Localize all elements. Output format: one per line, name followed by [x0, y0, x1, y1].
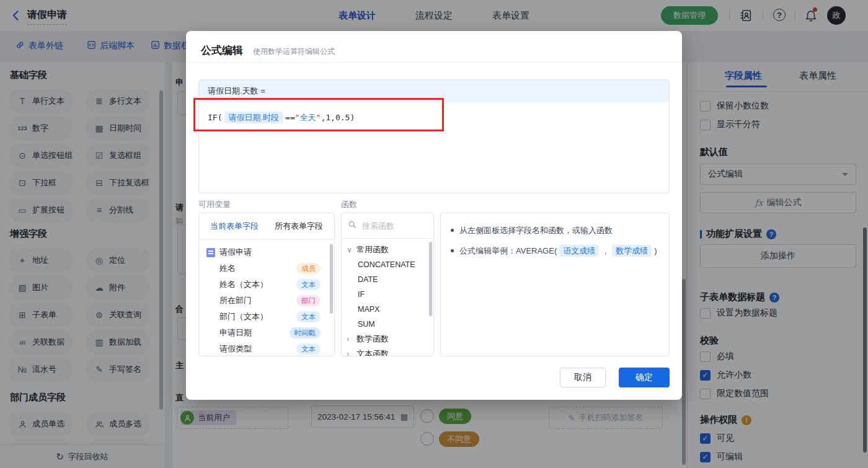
search-icon [348, 220, 356, 231]
hints-panel: 从左侧面板选择字段名和函数，或输入函数 公式编辑举例：AVERAGE(语文成绩，… [440, 213, 670, 356]
close-icon[interactable]: × [828, 40, 848, 60]
function-search[interactable] [342, 213, 433, 239]
function-group-text[interactable]: › 文本函数 [342, 347, 433, 356]
field-type-badge: 文本 [296, 311, 321, 322]
tab-all-form-fields[interactable]: 所有表单字段 [275, 221, 323, 232]
function-group-common[interactable]: ∨ 常用函数 [342, 242, 433, 257]
functions-panel: ∨ 常用函数 CONCATENATE DATE IF MAPX SUM › 数学… [341, 213, 434, 356]
modal-divider [186, 62, 682, 63]
function-item[interactable]: MAPX [342, 302, 433, 317]
function-group-math[interactable]: › 数学函数 [342, 332, 433, 347]
tree-field-row[interactable]: 请假类型 文本 [199, 341, 334, 356]
example-token: 数学成绩 [612, 245, 652, 257]
tab-current-form-fields[interactable]: 当前表单字段 [210, 221, 259, 232]
tree-form-node[interactable]: 请假申请 [199, 244, 334, 260]
bullet [451, 249, 454, 252]
hint-line-2: 公式编辑举例：AVERAGE(语文成绩，数学成绩) [451, 245, 659, 257]
variables-scrollbar[interactable] [330, 244, 333, 314]
function-item[interactable]: IF [342, 287, 433, 302]
variables-tabs: 当前表单字段 所有表单字段 [199, 213, 334, 240]
annotation-rectangle [193, 98, 444, 131]
functions-scrollbar[interactable] [429, 242, 432, 316]
function-item[interactable]: SUM [342, 317, 433, 332]
app-screen: 请假申请 表单设计 流程设定 表单设置 数据管理 ? 政 表单外链 [0, 0, 868, 468]
hint-line-1: 从左侧面板选择字段名和函数，或输入函数 [451, 224, 659, 237]
form-doc-icon [206, 248, 215, 257]
chevron-expanded-icon: ∨ [347, 245, 356, 254]
tree-field-row[interactable]: 姓名 成员 [199, 260, 334, 276]
function-item[interactable]: DATE [342, 272, 433, 287]
variables-label: 可用变量 [198, 199, 231, 210]
field-type-badge: 成员 [296, 263, 321, 274]
bullet [451, 229, 454, 232]
field-type-badge: 文本 [296, 279, 321, 290]
tree-field-row[interactable]: 申请日期 时间戳 [199, 325, 334, 341]
confirm-button[interactable]: 确定 [619, 368, 670, 387]
example-token: 语文成绩 [559, 245, 599, 257]
modal-title: 公式编辑 [201, 43, 243, 58]
field-type-badge: 文本 [296, 343, 321, 355]
variables-panel: 当前表单字段 所有表单字段 请假申请 姓名 成员 姓名（文本） 文本 所在部门 [198, 213, 335, 356]
formula-editor[interactable]: 请假日期.天数 = IF(请假日期.时段=="全天",1,0.5) [198, 79, 670, 193]
field-type-badge: 部门 [296, 295, 321, 306]
tree-field-row[interactable]: 所在部门 部门 [199, 293, 334, 309]
functions-label: 函数 [341, 199, 357, 210]
search-input[interactable] [361, 221, 425, 231]
field-type-badge: 时间戳 [290, 327, 321, 338]
modal-subtitle: 使用数学运算符编辑公式 [253, 46, 335, 57]
chevron-collapsed-icon: › [347, 350, 356, 356]
tree-field-row[interactable]: 姓名（文本） 文本 [199, 276, 334, 293]
formula-editor-modal: 公式编辑 使用数学运算符编辑公式 × 请假日期.天数 = IF(请假日期.时段=… [186, 31, 682, 400]
chevron-collapsed-icon: › [347, 335, 356, 343]
function-item[interactable]: CONCATENATE [342, 257, 433, 272]
tree-field-row[interactable]: 部门（文本） 文本 [199, 309, 334, 325]
cancel-button[interactable]: 取消 [560, 368, 606, 387]
